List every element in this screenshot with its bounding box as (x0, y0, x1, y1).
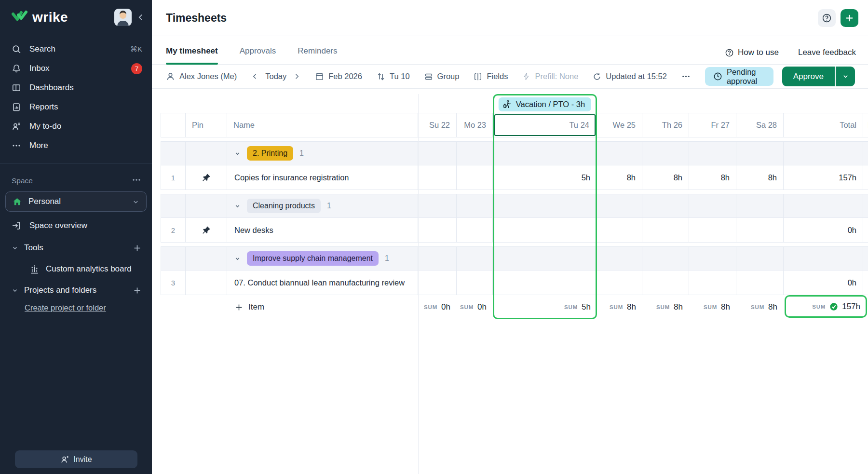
day-column-header-mo23[interactable]: Mo 23 (457, 113, 493, 137)
prefill-control[interactable]: Prefill: None (522, 72, 578, 81)
group-badge[interactable]: Improve supply chain management (247, 251, 379, 266)
custom-analytics-board-label: Custom analytics board (46, 264, 132, 274)
add-item-button[interactable]: Item (227, 295, 418, 319)
approve-button[interactable]: Approve (782, 67, 835, 86)
sidebar-item-search[interactable]: Search⌘K (0, 40, 152, 59)
sum-label: SUM (656, 304, 670, 310)
day-column-header-su22[interactable]: Su 22 (418, 113, 457, 137)
space-overview-label: Space overview (29, 221, 87, 230)
day-cell-we25[interactable] (597, 271, 642, 295)
clock-icon (713, 72, 722, 81)
sidebar-item-space-overview[interactable]: Space overview (0, 215, 152, 237)
collapse-sidebar-icon[interactable] (136, 13, 145, 22)
sidebar-section-tools[interactable]: Tools (0, 237, 152, 259)
sidebar-item-my-to-do[interactable]: My to-do (0, 117, 152, 136)
user-filter[interactable]: Alex Jones (Me) (166, 72, 237, 81)
sum-value: 8h (674, 302, 683, 312)
day-cell-we25[interactable]: 8h (597, 165, 642, 190)
sum-day-cell-tu24: SUM5h (493, 295, 597, 319)
day-cell-su22[interactable] (418, 218, 457, 242)
task-name[interactable]: 07. Conduct biannual lean manufacturing … (227, 271, 418, 295)
task-total-cell: 0h (784, 271, 863, 295)
more-actions-icon[interactable] (681, 72, 691, 81)
shortcut-hint: ⌘K (130, 45, 142, 54)
task-index: 3 (161, 271, 186, 295)
day-column-header-we25[interactable]: We 25 (597, 113, 642, 137)
sort-control[interactable]: Tu 10 (377, 72, 410, 81)
group-index-cell (161, 247, 186, 270)
approve-dropdown-button[interactable] (836, 67, 855, 86)
sidebar-item-custom-analytics-board[interactable]: Custom analytics board (0, 259, 152, 279)
day-cell-th26[interactable] (642, 218, 689, 242)
task-name[interactable]: New desks (227, 218, 418, 242)
next-period-icon[interactable] (293, 73, 300, 80)
chevron-down-icon[interactable] (12, 287, 18, 294)
day-cell-th26[interactable] (642, 271, 689, 295)
leave-feedback-link[interactable]: Leave feedback (798, 48, 856, 57)
collapse-group-icon[interactable] (234, 150, 241, 157)
invite-button[interactable]: Invite (15, 450, 137, 468)
group-day-cell-th26 (642, 194, 689, 217)
day-cell-th26[interactable]: 8h (642, 165, 689, 190)
task-pin-cell[interactable] (186, 271, 227, 295)
day-cell-tu24[interactable]: 5h (493, 165, 597, 190)
sidebar-item-more[interactable]: More (0, 136, 152, 155)
create-new-button[interactable] (841, 9, 858, 27)
group-control[interactable]: Group (424, 72, 460, 81)
day-column-header-th26[interactable]: Th 26 (642, 113, 689, 137)
day-cell-sa28[interactable] (736, 271, 784, 295)
user-filter-label: Alex Jones (Me) (179, 72, 237, 81)
group-badge[interactable]: 2. Printing (247, 146, 293, 161)
task-pin-cell[interactable] (186, 165, 227, 190)
task-name[interactable]: Copies for insurance registration (227, 165, 418, 190)
day-cell-su22[interactable] (418, 271, 457, 295)
sidebar-item-dashboards[interactable]: Dashboards (0, 78, 152, 97)
group-badge[interactable]: Cleaning products (247, 199, 321, 213)
collapse-group-icon[interactable] (234, 256, 241, 262)
group-day-cell-we25 (597, 142, 642, 165)
sidebar-section-projects[interactable]: Projects and folders (0, 279, 152, 301)
collapse-group-icon[interactable] (234, 203, 241, 209)
sidebar-item-inbox[interactable]: Inbox7 (0, 59, 152, 78)
day-cell-tu24[interactable] (493, 271, 597, 295)
day-cell-mo23[interactable] (457, 165, 493, 190)
wrike-logo[interactable]: wrike (12, 10, 68, 25)
day-cell-su22[interactable] (418, 165, 457, 190)
sum-label: SUM (564, 304, 578, 310)
add-project-icon[interactable] (133, 286, 141, 295)
how-to-use-link[interactable]: How to use (725, 48, 779, 57)
sum-value: 0h (441, 302, 450, 312)
space-more-icon[interactable] (132, 175, 141, 187)
tab-reminders[interactable]: Reminders (298, 46, 337, 64)
create-project-link[interactable]: Create project or folder (25, 303, 106, 312)
day-column-header-tu24[interactable]: Tu 24 (493, 113, 597, 137)
tab-approvals[interactable]: Approvals (240, 46, 276, 64)
day-cell-sa28[interactable] (736, 218, 784, 242)
space-selector-personal[interactable]: Personal (5, 191, 147, 212)
fields-label: Fields (487, 72, 508, 81)
day-cell-sa28[interactable]: 8h (736, 165, 784, 190)
help-button[interactable] (818, 9, 836, 27)
refresh-status[interactable]: Updated at 15:52 (593, 72, 667, 81)
day-column-header-sa28[interactable]: Sa 28 (736, 113, 784, 137)
vacation-badge[interactable]: Vacation / PTO - 3h (499, 97, 591, 111)
day-cell-fr27[interactable]: 8h (689, 165, 736, 190)
day-cell-mo23[interactable] (457, 271, 493, 295)
total-column-header: Total (784, 113, 863, 137)
day-cell-fr27[interactable] (689, 271, 736, 295)
fields-control[interactable]: Fields (474, 72, 508, 81)
day-column-header-fr27[interactable]: Fr 27 (689, 113, 736, 137)
today-button[interactable]: Today (265, 72, 286, 81)
day-cell-fr27[interactable] (689, 218, 736, 242)
day-cell-tu24[interactable] (493, 218, 597, 242)
task-pin-cell[interactable] (186, 218, 227, 242)
add-tool-icon[interactable] (133, 244, 141, 252)
avatar[interactable] (114, 9, 132, 26)
day-cell-we25[interactable] (597, 218, 642, 242)
chevron-down-icon[interactable] (12, 244, 18, 251)
period-selector[interactable]: Feb 2026 (315, 72, 362, 81)
day-cell-mo23[interactable] (457, 218, 493, 242)
sidebar-item-reports[interactable]: Reports (0, 97, 152, 117)
tab-my-timesheet[interactable]: My timesheet (166, 46, 218, 64)
prev-period-icon[interactable] (251, 73, 258, 80)
